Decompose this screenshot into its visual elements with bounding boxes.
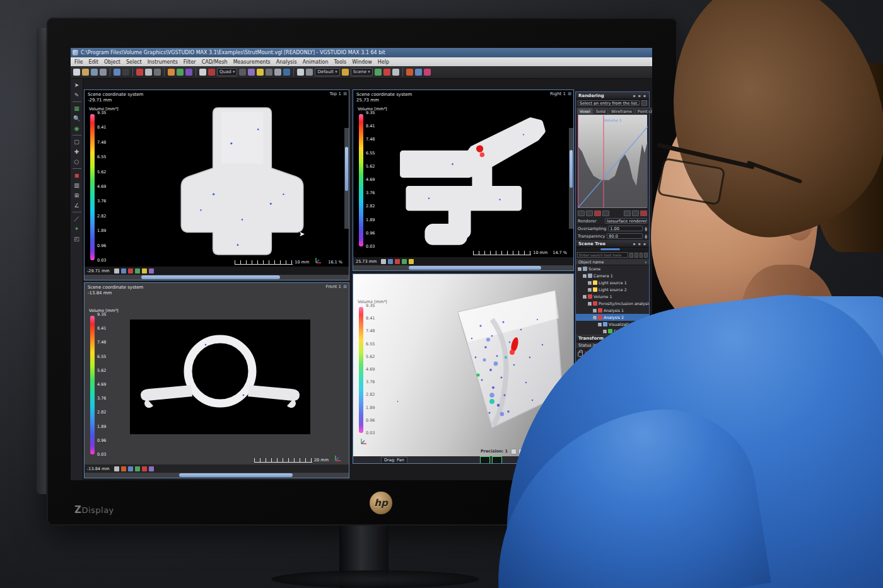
oversampling-input[interactable]: 1.00 — [608, 226, 643, 231]
slice-lock-icon[interactable] — [121, 268, 126, 274]
slice-light-icon[interactable] — [409, 259, 414, 264]
save-icon[interactable] — [91, 69, 98, 76]
visibility-checkbox[interactable]: ✓ — [588, 302, 592, 306]
renderer-select[interactable]: Isosurface renderer — [605, 218, 647, 224]
menu-item[interactable]: Analysis — [276, 59, 297, 65]
menu-item[interactable]: Window — [352, 59, 372, 65]
preset-icon[interactable] — [632, 210, 639, 216]
scene-tree-scrollbar[interactable] — [576, 248, 649, 251]
circle-roi-tool-icon[interactable]: ◉ — [73, 125, 81, 132]
clip-icon[interactable] — [248, 69, 255, 76]
stepper-icon[interactable]: ▲▼ — [645, 234, 647, 239]
menu-item[interactable]: Tools — [334, 59, 346, 65]
tree-item[interactable]: ✓ Light source 2 — [576, 286, 649, 293]
snapshot-icon[interactable] — [392, 69, 399, 76]
search-input[interactable] — [577, 252, 628, 258]
menu-item[interactable]: Select — [126, 59, 142, 65]
grid-icon[interactable] — [266, 69, 272, 76]
panel-menu-icon[interactable]: ▪ ▪ ▪ — [633, 93, 646, 98]
record-icon[interactable] — [383, 69, 390, 76]
slice-lock-icon[interactable] — [388, 259, 393, 264]
menu-item[interactable]: Object — [104, 59, 120, 65]
lasso-tool-icon[interactable]: ▥ — [73, 182, 81, 189]
menu-item[interactable]: Help — [378, 59, 389, 65]
slice-marker-icon[interactable] — [121, 466, 126, 471]
view-layout-dropdown[interactable]: Quad — [217, 68, 237, 76]
slice-marker-icon[interactable] — [128, 268, 133, 274]
histogram[interactable]: Volume 1 — [578, 115, 647, 208]
viewport-layout-icon[interactable]: ⊞ — [343, 91, 347, 96]
visibility-checkbox[interactable]: ✓ — [583, 295, 587, 299]
crop-tool-icon[interactable]: ◰ — [73, 235, 81, 243]
scene-dropdown[interactable]: Scene — [351, 68, 373, 76]
info-icon[interactable] — [415, 69, 422, 76]
menu-item[interactable]: Animation — [303, 59, 329, 65]
print-icon[interactable] — [100, 69, 107, 76]
rotate-icon[interactable] — [306, 69, 313, 76]
viewport-layout-icon[interactable]: ⊞ — [568, 91, 571, 96]
nav-cube-face[interactable] — [492, 456, 502, 464]
fit-ramp-icon[interactable] — [602, 210, 609, 216]
polygon-tool-icon[interactable]: ⬡ — [73, 158, 81, 166]
horizontal-scrollbar[interactable] — [85, 473, 349, 478]
visibility-checkbox[interactable]: ✓ — [598, 323, 602, 326]
rendering-select-row[interactable]: Select an entry from the list... — [576, 100, 649, 107]
magnifier-tool-icon[interactable]: 🔍 — [73, 115, 81, 122]
horizontal-scrollbar[interactable] — [85, 275, 349, 280]
angle-tool-icon[interactable]: ∠ — [73, 202, 81, 209]
draw-tool-icon[interactable]: ✎ — [73, 91, 81, 99]
tree-item[interactable]: ✓ Light source 1 — [576, 279, 649, 286]
viewport-layout-icon[interactable]: ⊞ — [343, 284, 347, 289]
quality-icon[interactable] — [511, 449, 517, 454]
menu-item[interactable]: Edit — [88, 59, 98, 65]
cut-icon[interactable] — [136, 69, 143, 76]
rendering-tab[interactable]: Voxel — [577, 108, 593, 114]
window-titlebar[interactable]: C:\Program Files\Volume Graphics\VGSTUDI… — [71, 48, 652, 57]
zoom-in-icon[interactable] — [578, 210, 585, 216]
vertical-scrollbar[interactable] — [569, 128, 573, 229]
collapse-all-icon[interactable] — [634, 253, 638, 258]
region-tool-icon[interactable]: ▦ — [73, 105, 81, 112]
menu-item[interactable]: Measurements — [233, 59, 271, 65]
select-tool-icon[interactable]: ➤ — [73, 81, 81, 89]
visibility-checkbox[interactable]: ✓ — [593, 309, 597, 313]
bookmark-icon[interactable] — [406, 69, 413, 76]
lightbulb-icon[interactable] — [342, 69, 349, 76]
rendering-panel-header[interactable]: Rendering▪ ▪ ▪ — [576, 92, 649, 100]
rendering-entry-select[interactable]: Select an entry from the list... — [578, 100, 640, 106]
menu-item[interactable]: Instruments — [148, 59, 178, 65]
line-tool-icon[interactable]: ／ — [73, 215, 81, 222]
scrollbar-thumb[interactable] — [409, 266, 541, 270]
menu-item[interactable]: CAD/Mesh — [202, 59, 228, 65]
tree-item[interactable]: ✓ Volume 1 — [576, 293, 649, 300]
seed-tool-icon[interactable]: ✦ — [73, 225, 81, 233]
open-file-icon[interactable] — [82, 69, 89, 76]
camera-icon[interactable] — [375, 69, 382, 76]
viewport-top[interactable]: Scene coordinate system -29.71 mm Top 1 … — [84, 89, 349, 280]
panel-menu-icon[interactable]: ▪ ▪ ▪ — [633, 241, 646, 246]
add-object-icon[interactable] — [177, 69, 184, 76]
slice-marker-icon[interactable] — [395, 259, 400, 264]
single-view-icon[interactable] — [239, 69, 246, 76]
slice-tool-icon[interactable] — [381, 259, 386, 264]
scene-tree-panel-header[interactable]: Scene Tree▪ ▪ ▪ — [576, 240, 649, 248]
rendering-tab[interactable]: Wireframe — [609, 108, 634, 114]
zoom-out-icon[interactable] — [586, 210, 593, 216]
transparency-input[interactable]: 80.0 — [607, 233, 643, 239]
visibility-checkbox[interactable]: ✓ — [593, 316, 597, 320]
default-preset-dropdown[interactable]: Default — [315, 68, 339, 76]
measure-icon[interactable] — [199, 69, 206, 76]
visibility-checkbox[interactable]: ✓ — [603, 330, 607, 333]
scrollbar-thumb[interactable] — [345, 147, 348, 191]
visibility-checkbox[interactable]: ✓ — [583, 274, 587, 278]
visibility-checkbox[interactable]: ✓ — [588, 288, 592, 292]
tree-item[interactable]: ✓ Scene — [576, 265, 649, 272]
undo-icon[interactable] — [114, 69, 120, 76]
tree-item[interactable]: ✓ Porosity/inclusion analysis (VGEasyPor… — [576, 300, 649, 307]
rendering-tab[interactable]: Point cloud — [635, 108, 652, 114]
help-pointer-icon[interactable] — [424, 69, 431, 76]
menu-item[interactable]: Filter — [184, 59, 196, 65]
rect-roi-tool-icon[interactable]: ▢ — [73, 138, 81, 146]
reset-ramp-icon[interactable] — [640, 210, 647, 216]
slice-light-icon[interactable] — [142, 466, 147, 471]
